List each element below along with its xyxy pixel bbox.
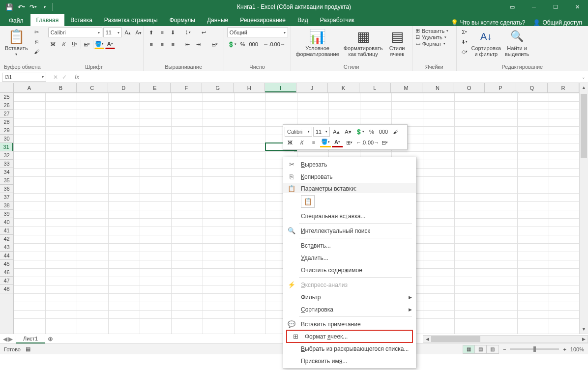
cells-format-button[interactable]: ▭Формат ▾	[415, 40, 445, 47]
decrease-indent-button[interactable]: ⇤	[183, 39, 193, 49]
menu-smart-lookup[interactable]: 🔍 Интеллектуальный поиск	[283, 225, 416, 237]
sheet-nav-prev[interactable]: ◀	[3, 336, 7, 342]
zoom-out-button[interactable]: −	[503, 346, 506, 352]
vertical-scroll-thumb[interactable]	[581, 94, 587, 158]
sheet-tab[interactable]: Лист1	[16, 335, 45, 343]
mini-fill-color[interactable]: 🪣▾	[320, 138, 331, 147]
zoom-slider[interactable]	[510, 348, 559, 350]
tell-me[interactable]: 💡 Что вы хотите сделать?	[451, 19, 526, 26]
fx-label[interactable]: fx	[72, 74, 82, 81]
row-header[interactable]: 42	[0, 235, 13, 243]
cut-button[interactable]: ✂	[32, 28, 42, 36]
spreadsheet-grid[interactable]: ABCDEFGHIJKLMNOPQR 252627282930313233343…	[0, 83, 588, 334]
mini-font-combo[interactable]: Calibri▾	[285, 127, 312, 137]
cells-insert-button[interactable]: ⊞Вставить ▾	[415, 28, 449, 34]
tab-review[interactable]: Рецензирование	[234, 14, 292, 26]
mini-align[interactable]: ≡	[308, 138, 319, 147]
menu-paste-special[interactable]: Специальная вставка...	[283, 210, 416, 222]
menu-pick-from-list[interactable]: Выбрать из раскрывающегося списка...	[283, 342, 416, 355]
row-header[interactable]: 29	[0, 126, 13, 135]
column-header[interactable]: Q	[516, 83, 548, 92]
increase-font-button[interactable]: A▴	[123, 28, 133, 37]
file-tab[interactable]: Файл	[2, 15, 30, 26]
find-select-button[interactable]: 🔍 Найти и выделить	[503, 28, 531, 58]
row-header[interactable]: 46	[0, 268, 13, 277]
tab-view[interactable]: Вид	[292, 14, 314, 26]
align-bottom-button[interactable]: ⬇	[168, 28, 178, 37]
tab-formulas[interactable]: Формулы	[164, 14, 201, 26]
zoom-in-button[interactable]: +	[563, 346, 566, 352]
underline-button[interactable]: Ч▾	[70, 39, 80, 49]
row-header[interactable]: 32	[0, 151, 13, 160]
horizontal-scrollbar[interactable]: ◀ ▶	[423, 335, 588, 343]
menu-delete[interactable]: Удалить...	[283, 252, 416, 264]
cells-delete-button[interactable]: ⊟Удалить ▾	[415, 34, 446, 40]
mini-font-color[interactable]: A▾	[332, 138, 343, 147]
zoom-level[interactable]: 100%	[570, 346, 584, 352]
format-painter-button[interactable]: 🖌	[32, 47, 42, 56]
align-right-button[interactable]: ≡	[168, 39, 178, 49]
border-button[interactable]: ⊞▾	[82, 39, 92, 49]
menu-copy[interactable]: ⎘ Копировать	[283, 171, 416, 183]
wrap-text-button[interactable]: ↩	[198, 28, 210, 37]
copy-button[interactable]: ⎘	[32, 37, 42, 46]
bold-button[interactable]: Ж	[48, 39, 58, 49]
row-header[interactable]: 34	[0, 168, 13, 176]
sheet-nav-next[interactable]: ▶	[8, 336, 13, 342]
align-left-button[interactable]: ≡	[147, 39, 156, 49]
view-page-layout[interactable]: ▤	[475, 345, 487, 353]
scroll-right-arrow[interactable]: ▶	[580, 337, 588, 342]
mini-inc-decimal[interactable]: ←.0	[355, 138, 366, 147]
ribbon-options-icon[interactable]: ▭	[501, 0, 523, 14]
align-center-button[interactable]: ≡	[157, 39, 167, 49]
column-header[interactable]: L	[359, 83, 391, 92]
column-header[interactable]: M	[391, 83, 422, 92]
column-header[interactable]: F	[171, 83, 202, 92]
close-button[interactable]: ✕	[566, 0, 588, 14]
add-sheet-button[interactable]: ⊕	[45, 335, 55, 342]
menu-insert[interactable]: Вставить...	[283, 239, 416, 252]
menu-format-cells[interactable]: ⊞ Формат ячеек...	[287, 331, 412, 342]
column-header[interactable]: D	[108, 83, 140, 92]
row-header[interactable]: 28	[0, 118, 13, 126]
menu-clear-contents[interactable]: Очистить содержимое	[283, 264, 416, 276]
column-header[interactable]: P	[485, 83, 516, 92]
enter-formula-button[interactable]: ✓	[62, 74, 67, 81]
column-header[interactable]: B	[45, 83, 77, 92]
sort-filter-button[interactable]: A↓ Сортировка и фильтр	[471, 28, 501, 58]
clear-button[interactable]: ◇▾	[460, 47, 470, 56]
column-header[interactable]: R	[548, 83, 579, 92]
row-header[interactable]: 37	[0, 193, 13, 201]
row-header[interactable]: 43	[0, 243, 13, 252]
name-box[interactable]: I31▾	[2, 73, 46, 82]
orientation-button[interactable]: ⤹▾	[183, 28, 193, 37]
column-headers[interactable]: ABCDEFGHIJKLMNOPQR	[14, 83, 579, 93]
italic-button[interactable]: К	[59, 39, 69, 49]
mini-border[interactable]: ⊞▾	[344, 138, 354, 147]
mini-bold[interactable]: Ж	[285, 138, 295, 147]
tab-data[interactable]: Данные	[201, 14, 234, 26]
merge-button[interactable]: ⊟▾	[208, 39, 221, 49]
mini-increase-font[interactable]: A▴	[331, 127, 342, 137]
row-header[interactable]: 27	[0, 110, 13, 118]
cancel-formula-button[interactable]: ✕	[53, 74, 58, 81]
mini-italic[interactable]: К	[296, 138, 307, 147]
align-middle-button[interactable]: ≡	[157, 28, 167, 37]
scroll-up-arrow[interactable]: ▲	[580, 83, 588, 92]
decrease-font-button[interactable]: A▾	[134, 28, 144, 37]
format-as-table-button[interactable]: ▦ Форматировать как таблицу	[343, 28, 383, 58]
column-header[interactable]: A	[14, 83, 45, 92]
tab-home[interactable]: Главная	[30, 14, 65, 26]
row-header[interactable]: 26	[0, 101, 13, 110]
comma-button[interactable]: 000	[249, 39, 259, 49]
increase-indent-button[interactable]: ⇥	[194, 39, 204, 49]
fill-button[interactable]: ⬇▾	[460, 37, 470, 46]
percent-button[interactable]: %	[238, 39, 248, 49]
share-button[interactable]: 👤 Общий доступ	[533, 19, 582, 26]
font-name-combo[interactable]: Calibri▾	[48, 28, 102, 37]
row-header[interactable]: 35	[0, 176, 13, 185]
increase-decimal-button[interactable]: ←.0	[264, 39, 273, 49]
macro-record-icon[interactable]: ▦	[26, 346, 30, 352]
paste-button[interactable]: 📋 Вставить ▾	[3, 28, 30, 57]
row-header[interactable]: 31	[0, 143, 13, 151]
